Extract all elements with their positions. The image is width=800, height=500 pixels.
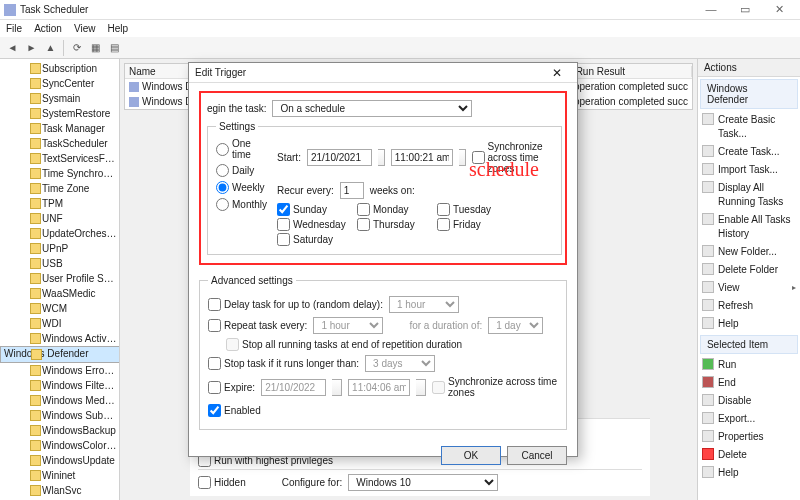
action-item[interactable]: Create Basic Task... <box>698 111 800 143</box>
refresh-icon[interactable]: ⟳ <box>68 39 85 56</box>
freq-daily[interactable]: Daily <box>216 164 267 177</box>
delay-select[interactable]: 1 hour <box>389 296 459 313</box>
action-item[interactable]: Properties <box>698 428 800 446</box>
day-friday[interactable]: Friday <box>437 218 509 231</box>
repeat-select[interactable]: 1 hour <box>313 317 383 334</box>
action-item[interactable]: New Folder... <box>698 243 800 261</box>
action-item[interactable]: Delete Folder <box>698 261 800 279</box>
tree-item[interactable]: TextServicesFramework <box>0 151 119 166</box>
time-spinner[interactable] <box>459 149 466 166</box>
tree-item[interactable]: UPnP <box>0 241 119 256</box>
tree-item[interactable]: WindowsUpdate <box>0 453 119 468</box>
tree-item[interactable]: SystemRestore <box>0 106 119 121</box>
day-wednesday[interactable]: Wednesday <box>277 218 349 231</box>
day-monday[interactable]: Monday <box>357 203 429 216</box>
enabled-checkbox[interactable]: Enabled <box>208 404 261 417</box>
menu-help[interactable]: Help <box>107 23 128 34</box>
repeat-checkbox[interactable]: Repeat task every: <box>208 319 307 332</box>
tree-item[interactable]: Time Zone <box>0 181 119 196</box>
start-time-input[interactable] <box>391 149 453 166</box>
tree-item[interactable]: TPM <box>0 196 119 211</box>
action-item[interactable]: Run <box>698 356 800 374</box>
menu-view[interactable]: View <box>74 23 96 34</box>
expire-date-spinner[interactable] <box>332 379 342 396</box>
action-item[interactable]: Create Task... <box>698 143 800 161</box>
start-date-input[interactable] <box>307 149 372 166</box>
action-item[interactable]: Disable <box>698 392 800 410</box>
up-button[interactable]: ▲ <box>42 39 59 56</box>
tree-item[interactable]: SyncCenter <box>0 76 119 91</box>
tree-item[interactable]: User Profile Service <box>0 271 119 286</box>
action-item[interactable]: Help <box>698 464 800 482</box>
duration-select[interactable]: 1 day <box>488 317 543 334</box>
action-item[interactable]: Enable All Tasks History <box>698 211 800 243</box>
tree-item[interactable]: WaaSMedic <box>0 286 119 301</box>
tree-item[interactable]: Windows Media Sharing <box>0 393 119 408</box>
ok-button[interactable]: OK <box>441 446 501 465</box>
begin-task-select[interactable]: On a schedule <box>272 100 472 117</box>
configure-for-select[interactable]: Windows 10 <box>348 474 498 491</box>
back-button[interactable]: ◄ <box>4 39 21 56</box>
hidden-checkbox[interactable]: Hidden <box>198 476 246 489</box>
action-item[interactable]: Delete <box>698 446 800 464</box>
day-tuesday[interactable]: Tuesday <box>437 203 509 216</box>
action-item[interactable]: Export... <box>698 410 800 428</box>
stop-long-checkbox[interactable]: Stop task if it runs longer than: <box>208 357 359 370</box>
action-item[interactable]: End <box>698 374 800 392</box>
action-item[interactable]: Help <box>698 315 800 333</box>
tree-item[interactable]: UpdateOrchestrator <box>0 226 119 241</box>
action-item[interactable]: View▸ <box>698 279 800 297</box>
date-spinner[interactable] <box>378 149 385 166</box>
action-item[interactable]: Refresh <box>698 297 800 315</box>
menu-action[interactable]: Action <box>34 23 62 34</box>
tree-item[interactable]: WlanSvc <box>0 483 119 498</box>
maximize-button[interactable]: ▭ <box>734 3 756 16</box>
tree-item[interactable]: Windows Activation Technologies <box>0 331 119 346</box>
recur-weeks-input[interactable] <box>340 182 364 199</box>
cancel-button[interactable]: Cancel <box>507 446 567 465</box>
tree-item[interactable]: Task Manager <box>0 121 119 136</box>
tree-item[interactable]: Windows Error Reporting <box>0 363 119 378</box>
expire-date-input[interactable] <box>261 379 326 396</box>
tree-item[interactable]: Windows Subsystem For Linux <box>0 408 119 423</box>
settings-group: Settings One time Daily Weekly Monthly S… <box>207 121 562 255</box>
stop-all-checkbox[interactable]: Stop all running tasks at end of repetit… <box>226 338 462 351</box>
expire-time-input[interactable] <box>348 379 410 396</box>
toolbar-icon[interactable]: ▦ <box>87 39 104 56</box>
action-item[interactable]: Display All Running Tasks <box>698 179 800 211</box>
expire-sync-checkbox[interactable]: Synchronize across time zones <box>432 376 558 398</box>
expire-checkbox[interactable]: Expire: <box>208 381 255 394</box>
delay-checkbox[interactable]: Delay task for up to (random delay): <box>208 298 383 311</box>
minimize-button[interactable]: — <box>700 3 722 16</box>
freq-monthly[interactable]: Monthly <box>216 198 267 211</box>
tree-item[interactable]: Sysmain <box>0 91 119 106</box>
dialog-close-button[interactable]: ✕ <box>543 66 571 80</box>
edit-trigger-dialog: Edit Trigger ✕ egin the task: On a sched… <box>188 62 578 457</box>
tree-view[interactable]: SubscriptionSyncCenterSysmainSystemResto… <box>0 59 120 500</box>
tree-item[interactable]: WDI <box>0 316 119 331</box>
tree-item[interactable]: Time Synchronization <box>0 166 119 181</box>
menu-file[interactable]: File <box>6 23 22 34</box>
expire-time-spinner[interactable] <box>416 379 426 396</box>
freq-one-time[interactable]: One time <box>216 138 267 160</box>
tree-item[interactable]: WindowsBackup <box>0 423 119 438</box>
day-thursday[interactable]: Thursday <box>357 218 429 231</box>
stop-long-select[interactable]: 3 days <box>365 355 435 372</box>
tree-item[interactable]: Wininet <box>0 468 119 483</box>
toolbar-icon[interactable]: ▤ <box>106 39 123 56</box>
tree-item[interactable]: Windows Defender <box>0 346 120 363</box>
tree-item[interactable]: WindowsColorSystem <box>0 438 119 453</box>
day-sunday[interactable]: Sunday <box>277 203 349 216</box>
tree-item[interactable]: UNF <box>0 211 119 226</box>
close-button[interactable]: ✕ <box>768 3 790 16</box>
tree-item[interactable]: TaskScheduler <box>0 136 119 151</box>
tree-item[interactable]: Subscription <box>0 61 119 76</box>
tree-item[interactable]: WCM <box>0 301 119 316</box>
freq-weekly[interactable]: Weekly <box>216 181 267 194</box>
tree-item[interactable]: Windows Filtering Platform <box>0 378 119 393</box>
tree-item[interactable]: USB <box>0 256 119 271</box>
forward-button[interactable]: ► <box>23 39 40 56</box>
action-item[interactable]: Import Task... <box>698 161 800 179</box>
day-saturday[interactable]: Saturday <box>277 233 349 246</box>
schedule-highlight-box: egin the task: On a schedule Settings On… <box>199 91 567 265</box>
